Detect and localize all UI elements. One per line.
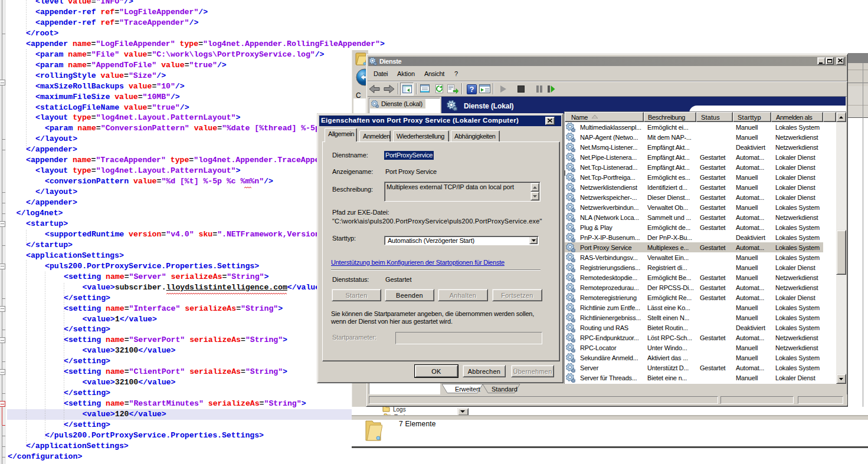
- svg-text:?: ?: [470, 85, 474, 94]
